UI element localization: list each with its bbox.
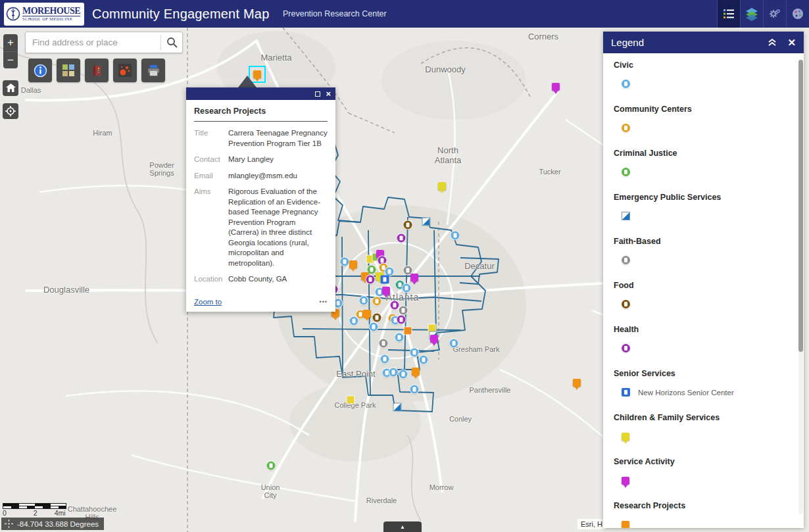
health-marker[interactable] [397, 316, 406, 324]
civic-marker[interactable] [399, 370, 408, 379]
civic-marker[interactable] [381, 355, 389, 364]
food-marker[interactable] [373, 314, 381, 322]
bookmarks-button[interactable] [85, 59, 109, 82]
popup-close-icon[interactable]: × [326, 89, 331, 98]
crosshair-icon[interactable] [5, 520, 13, 528]
civic-marker[interactable] [350, 317, 358, 326]
health-marker[interactable] [391, 301, 399, 310]
logo-text-school: SCHOOL OF MEDICINE [22, 17, 80, 22]
legend-section-title: Children & Family Services [614, 413, 788, 422]
civic-marker[interactable] [410, 349, 419, 357]
civic-marker[interactable] [450, 339, 458, 348]
zoom-out-button[interactable]: − [3, 51, 18, 68]
place-label: Marietta [261, 53, 292, 62]
info-icon [34, 64, 47, 78]
popup-field-row: ContactMary Langley [194, 155, 328, 165]
justice-marker[interactable] [267, 462, 276, 470]
popup-field-value: Rigorous Evaluation of the Replication o… [228, 187, 328, 268]
legend-section: Emergency Public Services [614, 193, 788, 222]
legend-scrollbar-thumb[interactable] [798, 60, 803, 352]
faith-marker[interactable] [380, 339, 388, 348]
legend-section-title: Service Activity [614, 457, 788, 466]
legend-section-title: Food [614, 281, 788, 290]
settings-widget-button[interactable] [763, 0, 786, 28]
food-marker[interactable] [404, 221, 412, 230]
palette-widget-button[interactable] [786, 0, 809, 28]
yellow-square-marker[interactable] [347, 397, 355, 404]
orange-square-marker[interactable] [404, 327, 412, 335]
popup-field-row: AimsRigorous Evaluation of the Replicati… [194, 187, 328, 268]
coordinates-widget: -84.704 33.688 Degrees [1, 518, 104, 530]
popup-header: × [186, 87, 335, 100]
civic-marker[interactable] [360, 297, 368, 305]
search-button[interactable] [161, 32, 182, 53]
research-marker[interactable] [349, 260, 357, 268]
map-canvas[interactable]: DallasHiramPowder SpringsMariettaDunwood… [0, 28, 809, 532]
community-legend-symbol [622, 124, 630, 132]
scale-bar: 0 2 4mi [3, 503, 74, 517]
civic-marker[interactable] [410, 385, 419, 394]
legend-section: Senior ServicesNew Horizons Senior Cente… [614, 369, 788, 398]
book-icon [91, 64, 103, 77]
civic-marker[interactable] [403, 284, 411, 293]
search-widget [25, 32, 183, 53]
basemap-gallery-button[interactable] [57, 59, 80, 82]
place-label: North Atlanta [435, 145, 461, 165]
legend-symbol-row [614, 122, 788, 133]
service-marker[interactable] [410, 274, 418, 281]
emergency-marker[interactable] [393, 403, 402, 412]
place-label: Riverdale [366, 496, 397, 504]
layers-widget-button[interactable] [740, 0, 763, 28]
zoom-in-button[interactable]: + [3, 34, 18, 51]
health-marker[interactable] [366, 276, 375, 284]
legend-section-title: Faith-Based [614, 237, 788, 246]
popup-maximize-icon[interactable] [315, 91, 320, 97]
justice-legend-symbol [622, 168, 630, 176]
civic-marker[interactable] [370, 323, 378, 331]
legend-collapse-icon[interactable] [768, 38, 777, 47]
civic-marker[interactable] [389, 368, 398, 377]
service-legend-symbol [622, 477, 629, 485]
zoom-control: + − [3, 34, 18, 68]
service-marker[interactable] [430, 335, 438, 343]
search-input[interactable] [26, 37, 160, 47]
dot-density-button[interactable] [113, 59, 137, 82]
print-button[interactable] [141, 59, 165, 82]
popup-more-options[interactable]: ••• [320, 299, 328, 305]
legend-panel: Legend ✕ CivicCommunity CentersCriminal … [603, 32, 804, 528]
service-marker[interactable] [552, 83, 560, 91]
legend-body: CivicCommunity CentersCriminal JusticeEm… [603, 53, 804, 528]
research-legend-symbol [622, 521, 629, 529]
legend-widget-button[interactable] [717, 0, 740, 28]
civic-marker[interactable] [341, 258, 349, 266]
children-marker[interactable] [438, 182, 446, 190]
popup-field-row: Emailmlangley@msm.edu [194, 171, 328, 181]
legend-section-title: Senior Services [614, 369, 788, 378]
emergency-marker[interactable] [422, 218, 431, 226]
place-label: Dunwoody [425, 64, 465, 74]
attribute-table-toggle[interactable]: ▲ [383, 521, 422, 532]
civic-marker[interactable] [451, 231, 460, 240]
community-marker[interactable] [373, 297, 381, 306]
legend-close-icon[interactable]: ✕ [787, 37, 796, 49]
research-marker[interactable] [412, 368, 420, 375]
legend-section: Food [614, 281, 788, 310]
legend-symbol-row [614, 254, 788, 266]
faith-marker[interactable] [399, 306, 408, 315]
legend-scrollbar [798, 59, 803, 514]
search-icon [166, 37, 178, 48]
research-marker[interactable] [573, 379, 581, 387]
health-marker[interactable] [397, 234, 406, 243]
home-button[interactable] [3, 80, 18, 96]
info-button[interactable] [28, 59, 52, 82]
research-marker[interactable] [363, 310, 371, 318]
locate-button[interactable] [3, 103, 18, 119]
place-label: East Point [336, 369, 375, 379]
popup-field-value: Cobb County, GA [228, 274, 287, 285]
civic-marker[interactable] [395, 333, 404, 342]
zoom-to-link[interactable]: Zoom to [194, 298, 222, 306]
senior-marker[interactable] [381, 276, 389, 284]
civic-marker[interactable] [420, 356, 428, 364]
service-marker[interactable] [382, 287, 390, 295]
map-attribution: Esri, H [577, 519, 606, 529]
